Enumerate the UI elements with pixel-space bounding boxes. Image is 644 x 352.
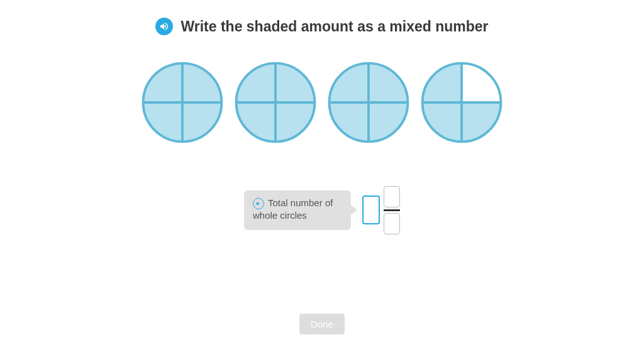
fraction-circle [421,62,502,143]
fraction-circle [328,62,409,143]
question-text: Write the shaded amount as a mixed numbe… [180,18,488,35]
speaker-icon [255,201,262,207]
audio-button[interactable] [155,18,173,35]
fraction-circle [235,62,316,143]
hint-audio-button[interactable] [253,198,264,209]
mixed-number-input [362,186,400,234]
denominator-input[interactable] [384,213,400,234]
hint-bubble: Total number of whole circles [244,190,351,230]
done-button[interactable]: Done [299,314,345,334]
numerator-input[interactable] [384,186,400,207]
fraction-circle [142,62,223,143]
hint-text: Total number of whole circles [253,197,333,221]
speaker-icon [159,21,169,31]
circles-row [0,62,644,143]
fraction-bar [384,209,400,211]
whole-number-input[interactable] [362,195,380,224]
